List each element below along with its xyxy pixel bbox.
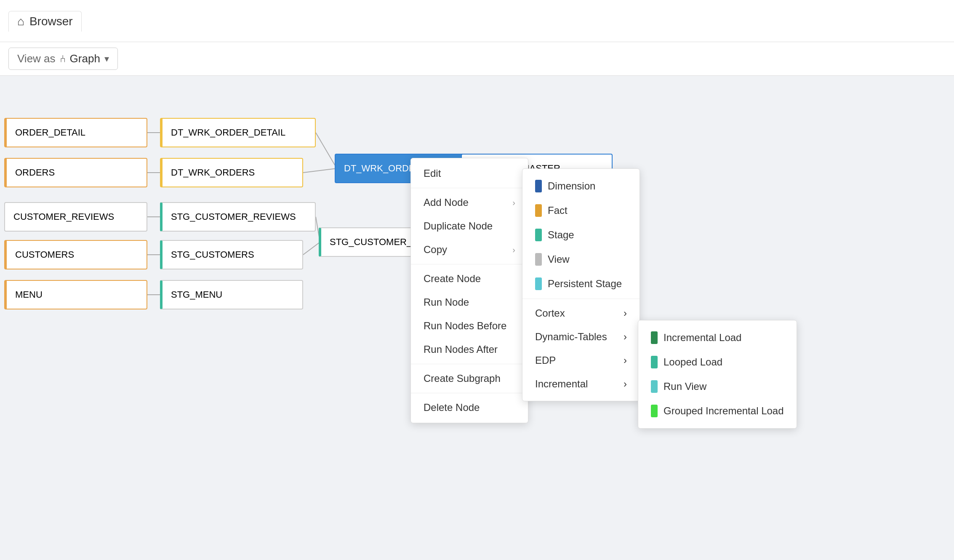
context-menu-run-node[interactable]: Run Node (411, 291, 528, 314)
chevron-right-dynamic: › (624, 331, 627, 343)
inc-item-run-view[interactable]: Run View (638, 374, 797, 399)
context-menu-divider-2 (411, 264, 528, 264)
chevron-right-incremental: › (624, 378, 627, 390)
submenu-divider-1 (522, 299, 640, 299)
context-menu-divider-4 (411, 393, 528, 393)
node-dt-wrk-order-detail-label: DT_WRK_ORDER_DETAIL (171, 127, 285, 138)
node-dt-wrk-order-detail[interactable]: DT_WRK_ORDER_DETAIL (160, 118, 316, 147)
graph-icon: ⑃ (60, 53, 66, 65)
context-menu: Edit Add Node › Duplicate Node Copy › Cr… (410, 158, 528, 423)
node-menu[interactable]: MENU (4, 280, 147, 309)
node-stg-customer-reviews[interactable]: STG_CUSTOMER_REVIEWS (160, 202, 316, 232)
inc-load-dot (651, 331, 658, 344)
node-order-detail-label: ORDER_DETAIL (15, 127, 85, 138)
node-orders[interactable]: ORDERS (4, 158, 147, 187)
canvas: ORDER_DETAIL DT_WRK_ORDER_DETAIL DT_WRK_… (0, 76, 954, 560)
inc-item-looped-load[interactable]: Looped Load (638, 350, 797, 374)
browser-tab-label: Browser (29, 15, 73, 28)
node-customers[interactable]: CUSTOMERS (4, 240, 147, 269)
context-menu-divider-3 (411, 364, 528, 364)
submenu-dimension[interactable]: Dimension (522, 174, 640, 198)
view-as-label: View as (17, 52, 56, 65)
submenu-stage[interactable]: Stage (522, 223, 640, 247)
submenu-edp[interactable]: EDP › (522, 349, 640, 372)
node-stg-customer-reviews-label: STG_CUSTOMER_REVIEWS (171, 211, 296, 222)
node-customer-reviews-label: CUSTOMER_REVIEWS (13, 211, 114, 222)
node-orders-label: ORDERS (15, 167, 55, 178)
submenu-node-types: Dimension Fact Stage View Persistent (522, 168, 640, 401)
submenu-incremental[interactable]: Incremental › (522, 372, 640, 396)
submenu-cortex[interactable]: Cortex › (522, 301, 640, 325)
view-as-button[interactable]: View as ⑃ Graph ▾ (8, 48, 118, 70)
context-menu-delete-node[interactable]: Delete Node (411, 396, 528, 419)
context-menu-divider-1 (411, 188, 528, 188)
context-menu-duplicate[interactable]: Duplicate Node (411, 214, 528, 238)
submenu-dynamic-tables[interactable]: Dynamic-Tables › (522, 325, 640, 349)
view-dot (535, 253, 542, 266)
chevron-right-edp: › (624, 355, 627, 366)
context-menu-edit[interactable]: Edit (411, 162, 528, 185)
context-menu-run-after[interactable]: Run Nodes After (411, 338, 528, 361)
chevron-down-icon: ▾ (104, 53, 109, 64)
chevron-right-cortex: › (624, 307, 627, 319)
toolbar: View as ⑃ Graph ▾ (0, 42, 954, 76)
stage-dot (535, 229, 542, 241)
node-stg-customers-label: STG_CUSTOMERS (171, 249, 254, 260)
node-stg-menu[interactable]: STG_MENU (160, 280, 303, 309)
node-customers-label: CUSTOMERS (15, 249, 74, 260)
fact-dot (535, 204, 542, 217)
submenu-incremental-options: Incremental Load Looped Load Run View Gr… (638, 320, 797, 429)
context-menu-add-node[interactable]: Add Node › (411, 191, 528, 214)
browser-tab[interactable]: ⌂ Browser (8, 11, 82, 32)
node-stg-customers[interactable]: STG_CUSTOMERS (160, 240, 303, 269)
context-menu-copy[interactable]: Copy › (411, 238, 528, 261)
node-customer-reviews[interactable]: CUSTOMER_REVIEWS (4, 202, 147, 232)
svg-line-3 (303, 168, 337, 173)
node-stg-menu-label: STG_MENU (171, 289, 222, 300)
chevron-right-icon-copy: › (512, 245, 515, 255)
context-menu-run-before[interactable]: Run Nodes Before (411, 314, 528, 338)
chevron-right-icon-add: › (512, 198, 515, 208)
node-dt-wrk-orders[interactable]: DT_WRK_ORDERS (160, 158, 303, 187)
run-view-dot (651, 380, 658, 393)
submenu-fact[interactable]: Fact (522, 198, 640, 223)
inc-item-grouped[interactable]: Grouped Incremental Load (638, 399, 797, 423)
persistent-dot (535, 277, 542, 290)
node-order-detail[interactable]: ORDER_DETAIL (4, 118, 147, 147)
grouped-dot (651, 405, 658, 417)
node-menu-label: MENU (15, 289, 43, 300)
node-dt-wrk-orders-label: DT_WRK_ORDERS (171, 167, 255, 178)
graph-label: Graph (70, 52, 100, 65)
looped-dot (651, 356, 658, 368)
inc-item-incremental-load[interactable]: Incremental Load (638, 325, 797, 350)
home-icon: ⌂ (17, 15, 24, 28)
context-menu-create-node[interactable]: Create Node (411, 267, 528, 291)
dimension-dot (535, 180, 542, 192)
svg-line-1 (316, 133, 337, 168)
top-bar: ⌂ Browser (0, 0, 954, 42)
svg-line-8 (303, 242, 320, 255)
submenu-persistent-stage[interactable]: Persistent Stage (522, 272, 640, 296)
context-menu-create-subgraph[interactable]: Create Subgraph (411, 367, 528, 390)
submenu-view[interactable]: View (522, 247, 640, 272)
